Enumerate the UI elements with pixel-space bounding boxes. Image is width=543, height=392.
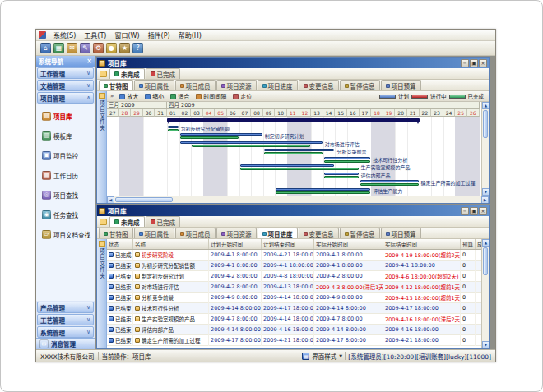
message-management-bar[interactable]: ✉消息管理 — [36, 338, 95, 349]
edit-icon[interactable]: ✎ — [80, 43, 90, 53]
gantt-bar-plan[interactable] — [324, 173, 359, 175]
gantt-bar-plan[interactable] — [180, 141, 323, 144]
scroll-up-icon[interactable]: ▲ — [482, 102, 490, 109]
sidebar-item-template-library[interactable]: ▥模板库 — [36, 130, 95, 141]
tab-project-members[interactable]: 项目成员 — [175, 80, 216, 90]
sidebar-item-project-doc-search[interactable]: ▱项目文档查找 — [36, 228, 95, 240]
tab-unfinished[interactable]: 未完成 — [109, 68, 145, 79]
column-header-3[interactable]: 计划结束时间 — [262, 239, 314, 249]
mail-icon[interactable]: ✉ — [67, 43, 77, 53]
tab-gantt[interactable]: 甘特图 — [99, 228, 133, 238]
column-header-0[interactable]: 状态 — [107, 239, 133, 249]
toolbar-overflow-icon[interactable]: » — [109, 93, 115, 99]
sidebar-item-task-search[interactable]: ◉任务查找 — [36, 209, 95, 220]
sidebar-item-project-search[interactable]: ◎项目查找 — [36, 189, 95, 201]
tab-change-info[interactable]: 变更信息 — [299, 80, 339, 90]
gantt-bar-actual[interactable] — [264, 152, 323, 154]
home-icon[interactable]: ⌂ — [40, 43, 51, 53]
tab-gantt[interactable]: 甘特图 — [99, 80, 133, 90]
tab-project-members[interactable]: 项目成员 — [175, 228, 216, 238]
column-header-2[interactable]: 计划开始时间 — [209, 239, 262, 249]
scroll-thumb[interactable] — [483, 247, 488, 275]
time-interval-button[interactable]: 时间间隔 — [193, 92, 229, 101]
restore-button[interactable]: ▣ — [470, 59, 478, 67]
folder-icon[interactable] — [100, 71, 107, 77]
gantt-chart[interactable]: 三月 2009四月 200927282930310102030405060708… — [107, 102, 481, 196]
gantt-bar-summary[interactable] — [167, 118, 420, 122]
tab-project-progress[interactable]: 项目进度 — [258, 228, 298, 238]
sidebar-close-icon[interactable]: × — [86, 58, 92, 65]
scroll-down-icon[interactable]: ▼ — [482, 341, 490, 348]
scroll-up-icon[interactable]: ▲ — [482, 239, 490, 247]
table-row[interactable]: 已结束分析竞争前景2009-4-9 8:00:002009-4-14 18:00… — [107, 293, 481, 303]
window-titlebar[interactable]: 项目库─▣× — [97, 205, 489, 216]
table-row[interactable]: 已完成初步研究阶段2009-4-1 8:00:002009-4-21 18:00… — [107, 250, 481, 261]
gantt-bar-actual[interactable] — [324, 160, 370, 163]
tab-project-budget[interactable]: 项目预算 — [381, 228, 421, 238]
locate-button[interactable]: 定位 — [230, 92, 254, 101]
scroll-thumb[interactable] — [115, 197, 173, 202]
gantt-bar-plan[interactable] — [324, 157, 370, 159]
column-header-5[interactable]: 实际结束时间 — [383, 239, 461, 249]
gantt-bar-plan[interactable] — [264, 149, 335, 151]
sidebar-item-project-library[interactable]: ▤项目库 — [36, 110, 95, 122]
zoom-in-button[interactable]: 放大 — [117, 92, 141, 101]
folder-icon[interactable] — [100, 219, 107, 225]
tab-change-info[interactable]: 变更信息 — [299, 228, 339, 238]
table-row[interactable]: 已结束确定生产所需的加工过程2009-4-17 8:00:002009-4-21… — [107, 335, 481, 346]
tab-project-progress[interactable]: 项目进度 — [258, 80, 298, 90]
tab-pause-info[interactable]: 暂停信息 — [340, 228, 380, 238]
group-document[interactable]: 文档管理∨ — [37, 80, 94, 91]
gantt-bar-actual[interactable] — [240, 168, 359, 170]
table-row[interactable]: 已结束技术可行性分析2009-4-14 8:00:002009-4-17 18:… — [107, 303, 481, 314]
help-icon[interactable]: ? — [132, 43, 143, 53]
sidebar-item-project-monitor[interactable]: ▣项目监控 — [36, 150, 95, 161]
group-system[interactable]: 系统管理∨ — [37, 326, 94, 338]
tab-project-properties[interactable]: 项目属性 — [134, 228, 174, 238]
column-header-4[interactable]: 实际开始时间 — [314, 239, 383, 249]
gantt-bar-plan[interactable] — [360, 180, 419, 182]
menu-plugins[interactable]: 插件(P) — [144, 32, 174, 39]
scroll-thumb[interactable] — [483, 110, 488, 138]
project-folder-strip[interactable]: 项目文件夹 — [97, 91, 107, 203]
settings-icon[interactable]: ⚙ — [93, 43, 104, 53]
gantt-bar-actual[interactable] — [180, 136, 239, 139]
fit-button[interactable]: 适合 — [168, 92, 192, 101]
gantt-bar-plan[interactable] — [168, 126, 179, 128]
vertical-scrollbar[interactable]: ▲▼ — [481, 102, 489, 196]
menu-system[interactable]: 系统(S) — [49, 32, 80, 39]
minimize-button[interactable]: ─ — [461, 59, 469, 67]
column-header-6[interactable]: 预算 — [461, 239, 476, 249]
project-folder-strip[interactable]: 项目文件夹 — [97, 239, 107, 348]
key-icon[interactable]: ★ — [119, 43, 130, 53]
column-header-1[interactable]: 名称 — [133, 239, 209, 249]
ui-style-dropdown-icon[interactable]: ▼ — [339, 353, 342, 358]
group-process[interactable]: 工艺管理∨ — [37, 314, 94, 325]
gantt-bar-actual[interactable] — [168, 129, 179, 131]
gantt-bar-actual[interactable] — [192, 145, 310, 147]
tab-project-resources[interactable]: 项目资源 — [216, 80, 257, 90]
tab-project-properties[interactable]: 项目属性 — [134, 80, 174, 90]
lock-icon[interactable]: ● — [106, 43, 117, 53]
close-button[interactable]: × — [479, 207, 487, 215]
zoom-out-button[interactable]: 缩小 — [142, 92, 166, 101]
gantt-bar-actual[interactable] — [324, 176, 359, 178]
tab-project-budget[interactable]: 项目预算 — [381, 80, 421, 90]
gantt-bar-plan[interactable] — [240, 164, 335, 167]
tab-finished[interactable]: 已完成 — [146, 216, 181, 227]
menu-window[interactable]: 窗口(W) — [110, 32, 143, 39]
window-titlebar[interactable]: 项目库─▣× — [97, 58, 489, 68]
horizontal-scrollbar[interactable]: ◀▶ — [107, 196, 489, 203]
group-work[interactable]: 工作管理∨ — [37, 67, 94, 79]
minimize-button[interactable]: ─ — [461, 207, 469, 215]
scroll-right-icon[interactable]: ▶ — [481, 196, 489, 204]
table-row[interactable]: 已结束为初步研究分配销售额2009-4-1 8:00:002009-4-1 18… — [107, 261, 481, 271]
tab-unfinished[interactable]: 未完成 — [109, 216, 145, 227]
sidebar-item-work-calendar[interactable]: ▦工作日历 — [36, 169, 95, 181]
table-row[interactable]: 已结束制定初步研究计划2009-4-2 8:00:002009-4-8 18:0… — [107, 271, 481, 282]
table-row[interactable]: 已结束生产实验室规模的产品2009-4-7 8:00:002009-4-14 1… — [107, 314, 481, 325]
group-product[interactable]: 产品管理∨ — [37, 302, 94, 313]
gantt-bar-actual[interactable] — [276, 191, 370, 194]
scroll-left-icon[interactable]: ◀ — [107, 196, 114, 204]
tab-finished[interactable]: 已完成 — [146, 68, 181, 79]
